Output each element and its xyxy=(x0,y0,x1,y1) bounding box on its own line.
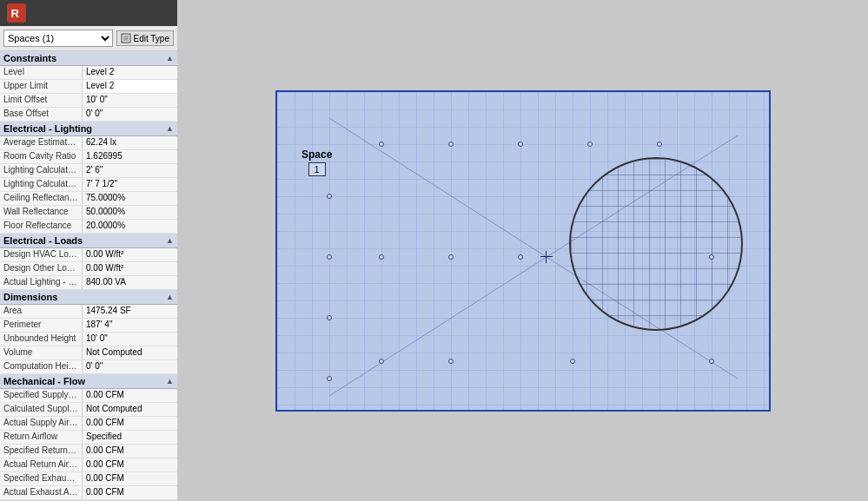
prop-label: Actual Supply Airflow xyxy=(0,417,83,430)
prop-row: Average Estimated l...62.24 lx xyxy=(0,136,177,150)
prop-label: Floor Reflectance xyxy=(0,220,83,233)
dot-marker-16 xyxy=(709,359,714,364)
dot-marker-10 xyxy=(448,254,454,260)
prop-value: Specified xyxy=(83,431,177,444)
canvas-viewport[interactable]: Space 1 xyxy=(275,90,771,412)
prop-row: Actual Exhaust Airfl...0.00 CFM xyxy=(0,486,177,500)
prop-row: Unbounded Height10' 0" xyxy=(0,333,177,346)
prop-value: 0.00 CFM xyxy=(83,445,177,458)
prop-label: Perimeter xyxy=(0,319,83,332)
prop-label: Design HVAC Load ... xyxy=(0,248,83,261)
prop-value: 7' 7 1/2" xyxy=(83,178,177,191)
dot-marker-7 xyxy=(327,254,332,260)
prop-label: Calculated Supply A... xyxy=(0,403,83,416)
section-header-constraints[interactable]: Constraints▲ xyxy=(0,51,177,66)
prop-value: 1475.24 SF xyxy=(83,305,177,318)
prop-label: Level xyxy=(0,66,83,79)
edit-type-button[interactable]: Edit Type xyxy=(116,30,174,46)
dot-marker-17 xyxy=(570,359,575,364)
prop-value: 0.00 CFM xyxy=(83,417,177,430)
prop-value: 1.626995 xyxy=(83,150,177,163)
prop-value: 0.00 W/ft² xyxy=(83,248,177,261)
circle-room-grid xyxy=(571,159,741,329)
prop-value[interactable] xyxy=(83,80,177,93)
prop-row: Specified Exhaust Ai...0.00 CFM xyxy=(0,472,177,486)
prop-label: Lighting Calculatio... xyxy=(0,164,83,177)
dot-marker-2 xyxy=(448,142,454,147)
prop-row: Actual Lighting - D...840.00 VA xyxy=(0,276,177,290)
svg-line-5 xyxy=(329,257,547,396)
prop-value: 10' 0" xyxy=(83,333,177,346)
space-number-box: 1 xyxy=(308,162,326,176)
prop-value: 840.00 VA xyxy=(83,276,177,289)
dot-marker-13 xyxy=(379,359,384,364)
dot-marker-9 xyxy=(327,376,332,381)
prop-value: 50.0000% xyxy=(83,206,177,219)
prop-label: Base Offset xyxy=(0,108,83,121)
svg-text:R: R xyxy=(10,7,19,20)
svg-rect-3 xyxy=(123,36,129,41)
dot-marker-11 xyxy=(518,254,523,260)
prop-label: Actual Exhaust Airfl... xyxy=(0,486,83,499)
prop-row: Actual Supply Airflow0.00 CFM xyxy=(0,417,177,431)
prop-label: Average Estimated l... xyxy=(0,136,83,149)
dot-marker-12 xyxy=(448,359,454,364)
prop-value: 75.0000% xyxy=(83,192,177,205)
prop-value: 20.0000% xyxy=(83,220,177,233)
prop-row: Room Cavity Ratio1.626995 xyxy=(0,150,177,164)
prop-label: Design Other Load ... xyxy=(0,262,83,275)
svg-line-4 xyxy=(329,118,547,257)
title-bar: R xyxy=(0,0,177,26)
prop-row: Upper Limit xyxy=(0,80,177,94)
section-header-dimensions[interactable]: Dimensions▲ xyxy=(0,290,177,305)
prop-label: Actual Return Airflow xyxy=(0,458,83,471)
prop-row: Base Offset0' 0" xyxy=(0,108,177,122)
prop-row: Specified Return Air...0.00 CFM xyxy=(0,445,177,458)
prop-row: Computation Height0' 0" xyxy=(0,360,177,374)
prop-label: Computation Height xyxy=(0,360,83,373)
prop-row: LevelLevel 2 xyxy=(0,66,177,80)
section-header-mechanical-flow[interactable]: Mechanical - Flow▲ xyxy=(0,374,177,389)
dot-marker-4 xyxy=(587,142,593,147)
prop-label: Unbounded Height xyxy=(0,333,83,346)
dot-marker-15 xyxy=(709,254,714,260)
prop-value: 0' 0" xyxy=(83,360,177,373)
dot-marker-6 xyxy=(327,194,332,199)
spaces-bar: Spaces (1) Edit Type xyxy=(0,26,177,51)
dot-marker-14 xyxy=(379,254,384,260)
prop-label: Specified Supply Air... xyxy=(0,389,83,402)
prop-row: Lighting Calculatio...7' 7 1/2" xyxy=(0,178,177,192)
prop-label: Upper Limit xyxy=(0,80,83,93)
spaces-dropdown[interactable]: Spaces (1) xyxy=(3,30,113,47)
prop-label: Area xyxy=(0,305,83,318)
prop-label: Room Cavity Ratio xyxy=(0,150,83,163)
section-header-electrical-lighting[interactable]: Electrical - Lighting▲ xyxy=(0,122,177,136)
section-header-electrical-loads[interactable]: Electrical - Loads▲ xyxy=(0,234,177,248)
properties-panel[interactable]: Constraints▲LevelLevel 2Upper LimitLimit… xyxy=(0,51,177,501)
dot-marker-1 xyxy=(379,142,384,147)
prop-row: Floor Reflectance20.0000% xyxy=(0,220,177,234)
prop-value: 0.00 CFM xyxy=(83,389,177,402)
revit-logo-icon: R xyxy=(7,3,26,23)
dot-marker-3 xyxy=(518,142,523,147)
prop-value: Not Computed xyxy=(83,346,177,359)
prop-label: Lighting Calculatio... xyxy=(0,178,83,191)
prop-value: 0' 0" xyxy=(83,108,177,121)
prop-row: Actual Return Airflow0.00 CFM xyxy=(0,458,177,472)
crosshair xyxy=(540,251,553,263)
prop-label: Actual Lighting - D... xyxy=(0,276,83,289)
prop-row: VolumeNot Computed xyxy=(0,346,177,360)
left-panel: R Spaces (1) Edit Type Constraints▲Level… xyxy=(0,0,178,501)
prop-label: Ceiling Reflectance xyxy=(0,192,83,205)
prop-row: Ceiling Reflectance75.0000% xyxy=(0,192,177,206)
prop-value: 10' 0" xyxy=(83,94,177,107)
prop-label: Specified Return Air... xyxy=(0,445,83,458)
prop-label: Wall Reflectance xyxy=(0,206,83,219)
prop-row: Design HVAC Load ...0.00 W/ft² xyxy=(0,248,177,262)
edit-type-icon xyxy=(121,33,131,43)
prop-label: Specified Exhaust Ai... xyxy=(0,472,83,485)
circle-room xyxy=(569,157,743,331)
space-label-text: Space xyxy=(301,148,332,161)
prop-value: 2' 6" xyxy=(83,164,177,177)
dot-marker-5 xyxy=(657,142,662,147)
